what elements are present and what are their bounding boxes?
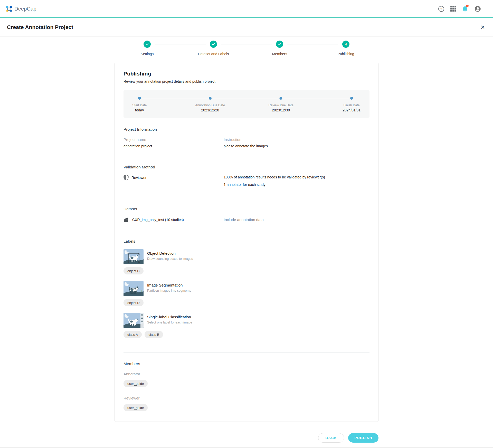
notification-badge-dot [466, 5, 469, 7]
step-members[interactable]: Members [246, 41, 313, 56]
appbar-actions: ? [438, 5, 481, 12]
help-button[interactable]: ? [438, 6, 444, 12]
divider [124, 156, 369, 156]
label-chip: class B [145, 331, 163, 338]
annotator-label: Annotator [124, 372, 369, 376]
timeline-dot [138, 97, 141, 100]
step-active-circle: 4 [342, 41, 349, 48]
step-label: Publishing [338, 52, 354, 56]
validation-method-row: Reviewer [124, 175, 224, 190]
page-title: Create Annotation Project [7, 24, 73, 30]
timeline-dot [209, 97, 212, 100]
section-heading: Project Information [124, 127, 369, 132]
close-button[interactable]: × [479, 24, 486, 31]
dataset-row: CXR_img_only_test (10 studies) [124, 217, 224, 222]
timeline-dot [350, 97, 353, 100]
shield-icon [124, 175, 129, 180]
card-title: Publishing [124, 71, 369, 77]
timeline-start-date: Start Date today [132, 97, 147, 112]
step-done-check-icon [144, 41, 151, 48]
section-heading: Members [124, 361, 369, 366]
step-publishing[interactable]: 4 Publishing [313, 41, 379, 56]
label-title: Object Detection [147, 251, 193, 255]
step-settings[interactable]: Settings [114, 41, 180, 56]
footer-actions: BACK PUBLISH [115, 433, 378, 443]
project-name-field: Project name annotation project [124, 137, 224, 148]
apps-grid-icon [450, 6, 456, 12]
step-dataset-and-labels[interactable]: Dataset and Labels [180, 41, 246, 56]
wizard-stepper: Settings Dataset and Labels Members 4 Pu… [114, 41, 379, 56]
label-subtitle: Select one label for each image [147, 321, 192, 324]
close-icon: × [481, 23, 485, 31]
validation-method-value: Reviewer [131, 176, 146, 180]
publish-button[interactable]: PUBLISH [348, 433, 378, 443]
label-subtitle: Draw bounding boxes to images [147, 257, 193, 261]
step-number: 4 [345, 42, 347, 46]
dataset-section: Dataset CXR_img_only_test (10 studies) I… [124, 207, 369, 222]
step-done-check-icon [276, 41, 283, 48]
apps-grid-button[interactable] [450, 6, 456, 12]
account-button[interactable] [474, 5, 481, 12]
card-subtitle: Review your annotation project details a… [124, 79, 369, 83]
timeline-annotation-due: Annotation Due Date 2023/12/20 [195, 97, 225, 112]
step-label: Settings [141, 52, 154, 56]
labels-section: Labels [124, 239, 369, 338]
single-label-classification-thumbnail [124, 313, 144, 328]
validation-details: 100% of annotation results needs to be v… [224, 175, 369, 190]
step-label: Dataset and Labels [198, 52, 229, 56]
notifications-button[interactable] [462, 5, 468, 12]
dataset-name: CXR_img_only_test (10 studies) [132, 218, 184, 222]
account-icon [474, 5, 481, 12]
label-item-image-segmentation: Image Segmentation Partition images into… [124, 281, 369, 296]
label-item-single-label-classification: Single-label Classification Select one l… [124, 313, 369, 328]
label-chip: class A [124, 331, 142, 338]
timeline-dot [280, 97, 282, 100]
divider [124, 230, 369, 230]
reviewer-chip: user_guide [124, 404, 148, 411]
include-annotation-data-option: Include annotation data [224, 217, 369, 222]
deepcap-logo-icon [6, 6, 12, 12]
dataset-storage-icon [124, 217, 129, 222]
validation-method-section: Validation Method Reviewer 100% of annot… [124, 165, 369, 190]
brand-name: DeepCap [14, 6, 36, 12]
publishing-review-card: Publishing Review your annotation projec… [115, 63, 378, 422]
section-heading: Dataset [124, 207, 369, 211]
instruction-field: Instruction please annotate the images [224, 137, 369, 148]
dialog-title-bar: Create Annotation Project × [0, 18, 493, 36]
annotator-chip: user_guide [124, 380, 148, 387]
project-information-section: Project Information Project name annotat… [124, 127, 369, 148]
image-segmentation-thumbnail [124, 281, 144, 296]
schedule-timeline: Start Date today Annotation Due Date 202… [124, 90, 369, 118]
timeline-track [139, 98, 352, 98]
divider [124, 198, 369, 198]
label-title: Single-label Classification [147, 315, 192, 319]
step-done-check-icon [210, 41, 217, 48]
step-label: Members [272, 52, 287, 56]
timeline-review-due: Review Due Date 2023/12/30 [268, 97, 293, 112]
brand: DeepCap [6, 6, 36, 12]
app-bar: DeepCap ? [0, 0, 493, 18]
label-item-object-detection: Object Detection Draw bounding boxes to … [124, 249, 369, 264]
label-chip: object D [124, 299, 144, 306]
label-subtitle: Partition images into segments [147, 289, 191, 292]
divider [124, 352, 369, 353]
back-button[interactable]: BACK [318, 433, 344, 443]
reviewer-label: Reviewer [124, 396, 369, 400]
section-heading: Validation Method [124, 165, 369, 169]
object-detection-thumbnail [124, 249, 144, 264]
label-chip: object C [124, 267, 144, 274]
section-heading: Labels [124, 239, 369, 244]
label-title: Image Segmentation [147, 283, 191, 287]
help-icon: ? [438, 6, 444, 12]
timeline-finish-date: Finish Date 2024/01/31 [343, 97, 361, 112]
members-section: Members Annotator user_guide Reviewer us… [124, 361, 369, 411]
page-bottom-divider [0, 447, 493, 447]
